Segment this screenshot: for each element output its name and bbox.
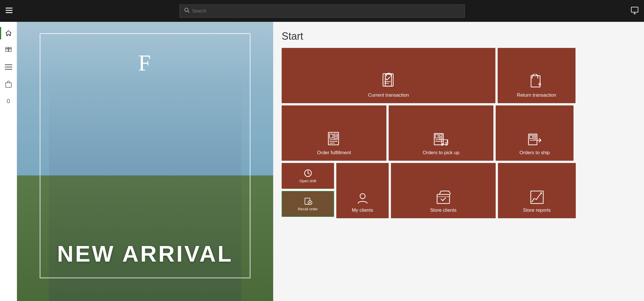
svg-line-42 [308, 173, 309, 174]
svg-rect-36 [530, 135, 532, 139]
tile-return-transaction-label: Return transaction [517, 92, 556, 98]
tiles-row-2: Order fulfillment [282, 105, 636, 161]
svg-line-4 [188, 11, 189, 12]
tile-store-clients[interactable]: Store clients [391, 163, 496, 218]
clients-group: My clients Store clients [336, 163, 496, 218]
svg-point-47 [360, 194, 365, 199]
hero-background: F NEW ARRIVAL [17, 22, 273, 301]
sidebar-item-bag[interactable] [0, 76, 17, 93]
hero-headline: NEW ARRIVAL [17, 241, 273, 267]
tile-store-reports[interactable]: Store reports [498, 163, 576, 218]
svg-rect-2 [6, 12, 12, 13]
sidebar-item-home[interactable] [0, 25, 17, 42]
svg-rect-14 [5, 69, 12, 70]
tile-recall-order[interactable]: Recall order [282, 191, 334, 217]
svg-rect-5 [631, 7, 638, 12]
tiles-container: Current transaction Return transaction [282, 48, 636, 218]
start-title: Start [282, 30, 636, 42]
svg-rect-12 [5, 64, 12, 65]
tile-current-transaction-label: Current transaction [368, 92, 409, 98]
svg-rect-28 [439, 135, 442, 136]
svg-rect-38 [534, 138, 536, 139]
tile-order-fulfillment-label: Order fulfillment [317, 150, 351, 156]
tile-open-shift[interactable]: Open shift [282, 163, 334, 189]
main-layout: 0 F NEW ARRIVAL Start [0, 22, 644, 301]
search-input[interactable] [192, 9, 460, 14]
sidebar-item-count[interactable]: 0 [0, 93, 17, 110]
tile-orders-to-ship[interactable]: Orders to ship [496, 105, 574, 161]
search-bar[interactable] [179, 5, 465, 18]
tiles-row-1: Current transaction Return transaction [282, 48, 636, 103]
svg-rect-37 [534, 135, 536, 137]
topbar [0, 0, 644, 22]
tile-return-transaction[interactable]: Return transaction [498, 48, 575, 103]
svg-rect-10 [6, 47, 8, 48]
tile-my-clients-label: My clients [352, 207, 373, 213]
svg-rect-20 [330, 134, 333, 138]
tile-orders-to-ship-label: Orders to ship [519, 150, 550, 156]
notification-icon[interactable] [631, 6, 638, 16]
svg-rect-0 [6, 8, 12, 9]
tile-orders-to-pick-up[interactable]: Orders to pick up [389, 105, 493, 161]
tile-current-transaction[interactable]: Current transaction [282, 48, 495, 103]
tile-orders-to-pick-up-label: Orders to pick up [423, 150, 459, 156]
tiles-row-3: Open shift Recall order [282, 163, 636, 218]
hero-area: F NEW ARRIVAL [17, 22, 273, 301]
svg-rect-1 [6, 10, 12, 11]
tile-my-clients[interactable]: My clients [336, 163, 389, 218]
svg-rect-9 [9, 49, 11, 52]
tile-open-shift-label: Open shift [299, 179, 316, 183]
hero-brand-letter: F [138, 50, 152, 76]
tile-store-reports-label: Store reports [523, 207, 551, 213]
menu-icon[interactable] [6, 8, 12, 14]
tile-order-fulfillment[interactable]: Order fulfillment [282, 105, 386, 161]
right-panel: Start Current transaction [273, 22, 644, 301]
svg-rect-13 [5, 67, 12, 67]
sidebar-item-products[interactable] [0, 42, 17, 59]
svg-rect-8 [6, 49, 8, 52]
small-tiles-group: Open shift Recall order [282, 163, 334, 218]
tile-recall-order-label: Recall order [298, 207, 318, 211]
sidebar-item-lines[interactable] [0, 59, 17, 76]
svg-rect-48 [437, 194, 450, 204]
svg-rect-29 [439, 137, 442, 139]
svg-rect-22 [334, 137, 337, 139]
svg-rect-27 [435, 135, 438, 138]
svg-rect-11 [9, 47, 11, 48]
svg-rect-15 [6, 83, 11, 87]
search-icon [184, 8, 189, 14]
tile-store-clients-label: Store clients [430, 207, 457, 213]
sidebar: 0 [0, 22, 17, 301]
svg-rect-21 [334, 134, 337, 136]
